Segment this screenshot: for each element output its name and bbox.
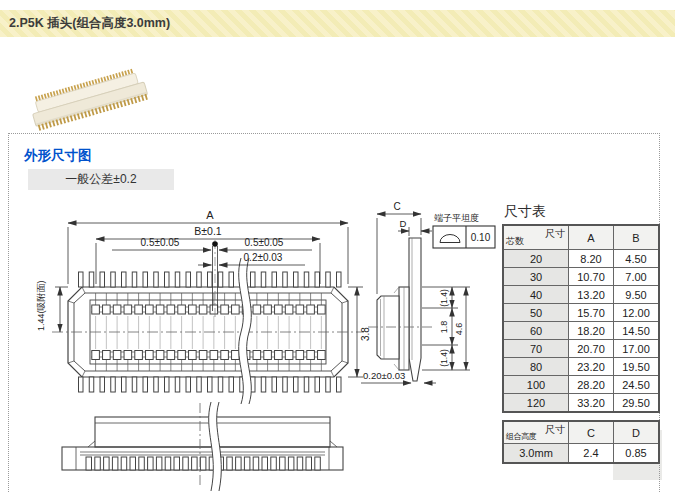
dim-a-cell: 18.20: [569, 322, 614, 340]
column-header-a: A: [569, 225, 614, 250]
dim-a-cell: 13.20: [569, 286, 614, 304]
corner-label-size: 尺寸: [545, 423, 565, 437]
size-table: 尺寸 芯数 A B 208.204.50 3010.707.00 4013.20…: [502, 224, 660, 413]
dim-suction-label: 1.44(吸附面): [36, 280, 46, 331]
page: { "header": { "title": "2.P5K 插头(组合高度3.0…: [0, 0, 675, 493]
dim-body-width-label: 3.8: [360, 327, 371, 341]
dimension-suction: [55, 287, 68, 332]
pins-cell: 40: [503, 286, 569, 304]
table-row: 12033.2029.50: [503, 394, 659, 413]
front-view-pins: [86, 457, 320, 470]
reference-dot: [212, 241, 218, 247]
pins-cell: 100: [503, 376, 569, 394]
dim-b-cell: 14.50: [614, 322, 660, 340]
table-row: 8023.2019.50: [503, 358, 659, 376]
dim-b-cell: 29.50: [614, 394, 660, 413]
flatness-label: 端子平坦度: [434, 213, 479, 223]
height-table-corner-cell: 尺寸 组合高度: [503, 421, 569, 444]
dim-b-cell: 17.00: [614, 340, 660, 358]
pins-cell: 60: [503, 322, 569, 340]
dim-pitch-right-label: 0.5±0.05: [245, 237, 284, 248]
dim-pitch-left-label: 0.5±0.05: [141, 237, 180, 248]
corner-label-size: 尺寸: [545, 227, 565, 241]
table-row: 6018.2014.50: [503, 322, 659, 340]
flatness-symbol-icon: [440, 235, 460, 243]
dim-a-cell: 33.20: [569, 394, 614, 413]
dim-b-cell: 12.00: [614, 304, 660, 322]
flatness-value: 0.10: [471, 232, 491, 243]
table-row: 208.204.50: [503, 250, 659, 268]
dim-pin-width-label: 0.2±0.03: [244, 252, 283, 263]
height-table-header-row: 尺寸 组合高度 C D: [503, 421, 659, 444]
dim-b-label: B±0.1: [194, 225, 222, 237]
dim-c-label: C: [393, 201, 400, 212]
pins-cell: 80: [503, 358, 569, 376]
column-header-d: D: [614, 421, 660, 444]
column-header-c: C: [569, 421, 614, 444]
size-table-header-row: 尺寸 芯数 A B: [503, 225, 659, 250]
dim-d-cell: 0.85: [614, 444, 660, 464]
side-view-body: [377, 238, 421, 381]
dim-a-cell: 8.20: [569, 250, 614, 268]
height-table: 尺寸 组合高度 C D 3.0mm 2.4 0.85: [502, 420, 660, 464]
dim-terminal-thickness-label: 0.20±0.03: [363, 370, 405, 381]
dim-side-total-label: 4.6: [454, 323, 464, 336]
pins-cell: 120: [503, 394, 569, 413]
dim-a-label: A: [206, 209, 214, 221]
table-row: 5015.7012.00: [503, 304, 659, 322]
dim-b-cell: 24.50: [614, 376, 660, 394]
table-row: 3.0mm 2.4 0.85: [503, 444, 659, 464]
top-view-pins-top: [79, 272, 342, 287]
table-row: 3010.707.00: [503, 268, 659, 286]
table-row: 4013.209.50: [503, 286, 659, 304]
size-table-corner-cell: 尺寸 芯数: [503, 225, 569, 250]
table-row: 10028.2024.50: [503, 376, 659, 394]
dim-b-cell: 7.00: [614, 268, 660, 286]
top-view-pads-top: [92, 305, 325, 314]
dim-a-cell: 23.20: [569, 358, 614, 376]
pins-cell: 70: [503, 340, 569, 358]
dim-b-cell: 4.50: [614, 250, 660, 268]
dim-a-cell: 20.70: [569, 340, 614, 358]
dim-d-label: D: [400, 218, 407, 229]
dim-side-mid-label: 1.8: [439, 321, 449, 334]
dim-b-cell: 9.50: [614, 286, 660, 304]
dim-side-bottom-label: (1.4): [439, 349, 449, 367]
height-cell: 3.0mm: [503, 444, 569, 464]
pins-cell: 30: [503, 268, 569, 286]
dim-a-cell: 15.70: [569, 304, 614, 322]
corner-label-pins: 芯数: [506, 235, 524, 248]
pins-cell: 50: [503, 304, 569, 322]
table-row: 7020.7017.00: [503, 340, 659, 358]
dim-side-top-label: (1.4): [439, 289, 449, 307]
corner-label-height: 组合高度: [506, 431, 536, 442]
dim-a-cell: 10.70: [569, 268, 614, 286]
dim-c-cell: 2.4: [569, 444, 614, 464]
pins-cell: 20: [503, 250, 569, 268]
column-header-b: B: [614, 225, 660, 250]
dim-a-cell: 28.20: [569, 376, 614, 394]
top-view-pins-bottom: [79, 377, 342, 392]
dim-b-cell: 19.50: [614, 358, 660, 376]
